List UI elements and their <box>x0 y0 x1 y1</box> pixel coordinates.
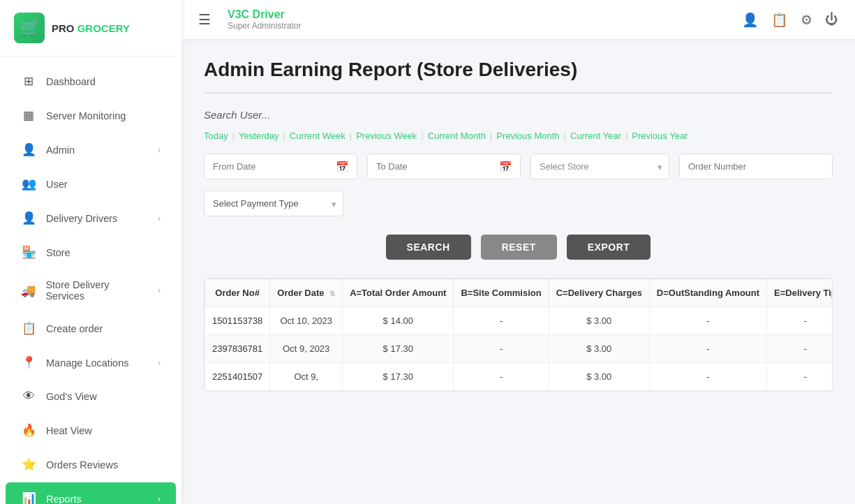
user-icon[interactable]: 👤 <box>742 12 759 28</box>
data-table-wrapper: Order No#Order Date ⇅A=Total Order Amoun… <box>204 278 833 392</box>
select-store-wrapper: Select Store <box>530 154 669 179</box>
sidebar-item-label: Heat View <box>46 425 92 436</box>
sidebar-item-label: Admin <box>46 144 75 156</box>
table-row: 1501153738Oct 10, 2023$ 14.00-$ 3.00---$… <box>205 307 833 335</box>
chevron-icon: › <box>158 358 161 368</box>
store-icon: 🏪 <box>21 245 36 260</box>
driver-name: V3C Driver <box>228 8 731 21</box>
sidebar-item-label: Manage Locations <box>46 357 129 369</box>
shortcut-previous-month[interactable]: Previous Month <box>492 131 563 141</box>
sidebar-item-delivery-drivers[interactable]: 👤 Delivery Drivers › <box>6 202 176 235</box>
sidebar-item-manage-locations[interactable]: 📍 Manage Locations › <box>6 346 176 379</box>
sidebar-item-admin[interactable]: 👤 Admin › <box>6 133 176 166</box>
nav-list: ⊞ Dashboard ▦ Server Monitoring 👤 Admin … <box>0 57 181 504</box>
sidebar-item-orders-reviews[interactable]: ⭐ Orders Reviews <box>6 448 176 481</box>
table-row: 2397836781Oct 9, 2023$ 17.30-$ 3.00--$ 3… <box>205 335 833 363</box>
col-header-6: E=Delivery Tip <box>767 279 833 307</box>
shortcut-today[interactable]: Today <box>204 131 232 141</box>
logo-text: PRO GROCERY <box>52 22 130 34</box>
sidebar-item-label: Store <box>46 247 70 258</box>
from-date-input[interactable] <box>213 161 330 172</box>
table-cell-2-0: 2251401507 <box>205 363 270 391</box>
col-header-4: C=Delivery Charges <box>549 279 649 307</box>
col-header-1: Order Date ⇅ <box>270 279 343 307</box>
table-cell-2-4: $ 3.00 <box>549 363 649 391</box>
filters-row: 📅 📅 Select Store <box>204 154 833 179</box>
shortcut-current-year[interactable]: Current Year <box>566 131 625 141</box>
sidebar-item-label: Orders Reviews <box>46 459 118 470</box>
col-header-0: Order No# <box>205 279 270 307</box>
gods-view-icon: 👁 <box>21 390 36 403</box>
sidebar-item-label: Reports <box>46 494 82 505</box>
select-store[interactable]: Select Store <box>530 154 669 179</box>
topbar-title: V3C Driver Super Administrator <box>228 8 731 31</box>
action-buttons: SEARCH RESET EXPORT <box>204 235 833 260</box>
logo-icon: 🛒 <box>14 13 45 43</box>
table-cell-2-6: - <box>767 363 833 391</box>
reports-icon: 📊 <box>21 491 36 504</box>
col-header-2: A=Total Order Amount <box>343 279 454 307</box>
admin-icon: 👤 <box>21 142 36 157</box>
shortcut-yesterday[interactable]: Yesterday <box>235 131 283 141</box>
table-cell-1-6: - <box>767 335 833 363</box>
reset-button[interactable]: RESET <box>481 235 557 260</box>
sidebar-item-server-monitoring[interactable]: ▦ Server Monitoring <box>6 99 176 132</box>
order-number-input[interactable] <box>679 154 833 179</box>
from-date-wrapper: 📅 <box>204 154 357 179</box>
sidebar-item-heat-view[interactable]: 🔥 Heat View <box>6 414 176 447</box>
table-cell-1-1: Oct 9, 2023 <box>270 335 343 363</box>
sidebar-item-user[interactable]: 👥 User <box>6 168 176 200</box>
driver-role: Super Administrator <box>228 21 731 31</box>
table-cell-2-5: - <box>649 363 766 391</box>
manage-locations-icon: 📍 <box>21 355 36 370</box>
sidebar-logo: 🛒 PRO GROCERY <box>0 0 181 57</box>
create-order-icon: 📋 <box>21 321 36 336</box>
shortcut-previous-year[interactable]: Previous Year <box>627 131 692 141</box>
table-cell-1-3: - <box>454 335 549 363</box>
export-button[interactable]: EXPORT <box>567 235 651 260</box>
sidebar-item-label: Delivery Drivers <box>46 213 117 224</box>
sidebar-item-label: Store Delivery Services <box>45 279 148 302</box>
logo-pro: PRO <box>52 22 75 34</box>
calendar-icon-from: 📅 <box>336 161 349 173</box>
table-cell-2-3: - <box>454 363 549 391</box>
earnings-table: Order No#Order Date ⇅A=Total Order Amoun… <box>205 279 833 391</box>
shortcut-previous-week[interactable]: Previous Week <box>352 131 421 141</box>
table-cell-0-6: - <box>767 307 833 335</box>
select-payment-wrapper: Select Payment Type <box>204 191 343 216</box>
main-content: ☰ V3C Driver Super Administrator 👤 📋 ⚙ ⏻… <box>181 0 855 504</box>
search-user-label: Search User... <box>204 109 833 121</box>
sidebar-item-store-delivery-services[interactable]: 🚚 Store Delivery Services › <box>6 270 176 311</box>
table-cell-1-5: - <box>649 335 766 363</box>
table-cell-0-1: Oct 10, 2023 <box>270 307 343 335</box>
table-cell-1-4: $ 3.00 <box>549 335 649 363</box>
sidebar-item-reports[interactable]: 📊 Reports › <box>6 482 176 504</box>
table-cell-0-3: - <box>454 307 549 335</box>
table-cell-0-0: 1501153738 <box>205 307 270 335</box>
sort-icon: ⇅ <box>329 290 335 297</box>
sidebar-item-create-order[interactable]: 📋 Create order <box>6 312 176 345</box>
table-cell-1-2: $ 17.30 <box>343 335 454 363</box>
sidebar-item-label: Dashboard <box>46 76 96 87</box>
page-title: Admin Earning Report (Store Deliveries) <box>204 59 833 94</box>
to-date-input[interactable] <box>376 161 493 172</box>
sidebar-item-gods-view[interactable]: 👁 God's View <box>6 380 176 413</box>
hamburger-icon[interactable]: ☰ <box>198 11 211 28</box>
sidebar-item-store[interactable]: 🏪 Store <box>6 236 176 269</box>
select-payment-type[interactable]: Select Payment Type <box>204 191 343 216</box>
search-button[interactable]: SEARCH <box>386 235 471 260</box>
table-cell-0-2: $ 14.00 <box>343 307 454 335</box>
table-cell-0-4: $ 3.00 <box>549 307 649 335</box>
power-icon[interactable]: ⏻ <box>825 12 838 27</box>
logo-grocery: GROCERY <box>77 22 130 34</box>
col-header-5: D=OutStanding Amount <box>649 279 766 307</box>
sidebar-item-dashboard[interactable]: ⊞ Dashboard <box>6 65 176 98</box>
heat-view-icon: 🔥 <box>21 423 36 438</box>
table-cell-2-2: $ 17.30 <box>343 363 454 391</box>
table-cell-1-0: 2397836781 <box>205 335 270 363</box>
shortcut-current-week[interactable]: Current Week <box>285 131 350 141</box>
settings-icon[interactable]: ⚙ <box>801 12 812 28</box>
shortcut-current-month[interactable]: Current Month <box>424 131 490 141</box>
clipboard-icon[interactable]: 📋 <box>771 12 788 28</box>
dashboard-icon: ⊞ <box>21 74 36 89</box>
